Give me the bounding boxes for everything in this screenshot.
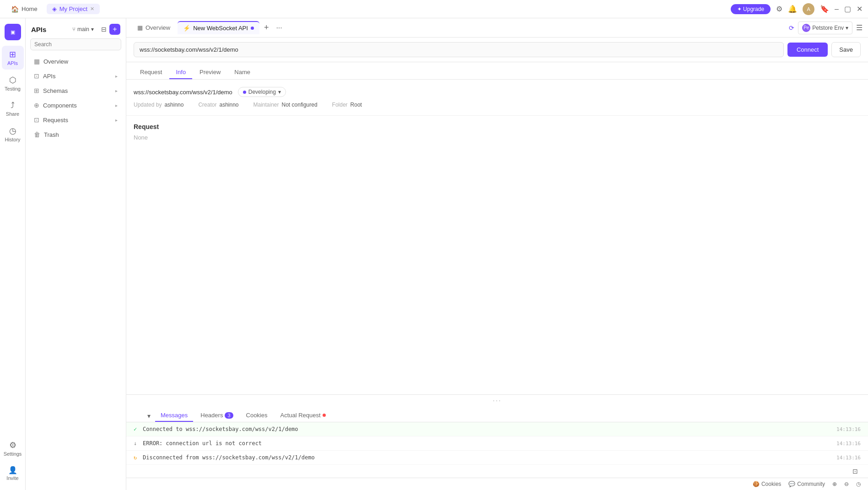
sidebar-item-requests[interactable]: ⊡ Requests ▸ — [27, 113, 124, 127]
overview-tab-label: Overview — [146, 24, 170, 31]
share-label: Share — [6, 111, 19, 117]
clock-status-icon: ◷ — [856, 481, 861, 487]
close-window-icon[interactable]: ✕ — [857, 5, 863, 13]
overview-tab-icon: ▦ — [137, 24, 143, 31]
tab-preview[interactable]: Preview — [193, 66, 227, 79]
cookies-status-label: Cookies — [761, 481, 781, 487]
tab-overview[interactable]: ▦ Overview — [132, 22, 176, 34]
schemas-chevron-icon: ▸ — [115, 88, 118, 93]
maintainer-value: Not configured — [282, 102, 318, 108]
websocket-tab-icon: ⚡ — [183, 25, 190, 32]
sidebar-item-invite[interactable]: 👤 Invite — [2, 462, 24, 485]
connect-button[interactable]: Connect — [787, 43, 828, 57]
tab-new-websocket[interactable]: ⚡ New WebSocket API — [178, 21, 259, 34]
settings-nav-icon: ⚙ — [9, 440, 16, 450]
bookmark-icon[interactable]: 🔖 — [820, 5, 829, 13]
more-tabs-button[interactable]: ··· — [273, 23, 285, 33]
sidebar-item-settings[interactable]: ⚙ Settings — [2, 436, 24, 460]
notification-icon[interactable]: 🔔 — [788, 5, 797, 13]
sidebar-item-share[interactable]: ⤴ Share — [2, 97, 24, 120]
invite-icon: 👤 — [8, 466, 17, 474]
apis-chevron-icon: ▸ — [115, 74, 118, 79]
search-input[interactable] — [30, 38, 121, 50]
meta-folder: Folder Root — [332, 102, 362, 108]
plus-status-icon: ⊕ — [832, 481, 837, 487]
sidebar-item-testing[interactable]: ⬡ Testing — [2, 71, 24, 95]
community-icon: 💬 — [788, 481, 795, 487]
save-button[interactable]: Save — [831, 42, 861, 57]
sidebar-item-schemas[interactable]: ⊞ Schemas ▸ — [27, 84, 124, 97]
request-empty-text: None — [134, 134, 861, 141]
sidebar-item-apis[interactable]: ⊡ APIs ▸ — [27, 69, 124, 83]
status-icon-3[interactable]: ◷ — [856, 481, 861, 487]
status-bar: 🍪 Cookies 💬 Community ⊕ ⊖ ◷ — [126, 478, 868, 490]
status-community-item[interactable]: 💬 Community — [788, 481, 825, 487]
sidebar-item-history[interactable]: ◷ History — [2, 122, 24, 146]
url-input[interactable] — [134, 42, 784, 57]
sidebar-toggle-icon[interactable]: ☰ — [856, 23, 863, 32]
bottom-panel-handle[interactable]: ··· — [126, 395, 868, 407]
expand-grid-button[interactable]: ⊡ — [850, 467, 861, 476]
tab-request[interactable]: Request — [134, 66, 168, 79]
project-label: My Project — [59, 5, 87, 12]
bottom-tab-headers[interactable]: Headers 3 — [195, 409, 238, 422]
avatar[interactable]: A — [803, 3, 814, 15]
sidebar-item-overview[interactable]: ▦ Overview — [27, 54, 124, 68]
error-icon: ↓ — [134, 440, 143, 447]
content-tab-bar: ▦ Overview ⚡ New WebSocket API + ··· ⟳ P… — [126, 18, 868, 38]
sync-icon[interactable]: ⟳ — [789, 24, 794, 32]
invite-label: Invite — [6, 475, 18, 481]
project-tab[interactable]: ◈ My Project ✕ — [47, 4, 100, 14]
messages-list: ✓ Connected to wss://socketsbay.com/wss/… — [126, 422, 868, 465]
folder-value: Root — [350, 102, 362, 108]
request-body: Request None — [126, 116, 868, 394]
info-url-line: wss://socketsbay.com/wss/v2/1/demo Devel… — [134, 87, 861, 97]
apis-sidebar-icon: ⊡ — [34, 72, 39, 80]
maximize-icon[interactable]: ▢ — [844, 5, 851, 13]
status-cookies-item[interactable]: 🍪 Cookies — [753, 481, 781, 487]
requests-chevron-icon: ▸ — [115, 118, 118, 123]
sidebar-item-components[interactable]: ⊕ Components ▸ — [27, 98, 124, 112]
sidebar-item-apis[interactable]: ⊞ APIs — [2, 46, 24, 70]
filter-button[interactable]: ⊟ — [101, 26, 107, 33]
bottom-tab-messages[interactable]: Messages — [155, 409, 193, 422]
messages-tab-label: Messages — [161, 412, 188, 419]
upgrade-button[interactable]: ✦ Upgrade — [731, 4, 771, 14]
settings-icon[interactable]: ⚙ — [776, 5, 782, 13]
close-project-icon[interactable]: ✕ — [90, 6, 94, 12]
env-label: Petstore Env — [812, 25, 844, 31]
maintainer-label: Maintainer — [253, 102, 279, 108]
message-error-text: ERROR: connection url is not correct — [143, 440, 836, 447]
creator-value: ashinno — [219, 102, 238, 108]
schemas-label: Schemas — [43, 87, 68, 94]
sidebar: APIs ⑂ main ▾ ⊟ + ▦ Overview ⊡ APIs ▸ ⊞ — [26, 18, 126, 490]
trash-label: Trash — [44, 131, 59, 138]
status-icon-1[interactable]: ⊕ — [832, 481, 837, 487]
branch-selector[interactable]: ⑂ main ▾ — [68, 24, 98, 34]
info-section: wss://socketsbay.com/wss/v2/1/demo Devel… — [126, 80, 868, 116]
bottom-tab-cookies[interactable]: Cookies — [241, 409, 273, 422]
actual-request-tab-label: Actual Request — [280, 412, 320, 419]
minimize-icon[interactable]: – — [835, 5, 839, 13]
bottom-tab-actual-request[interactable]: Actual Request — [275, 409, 331, 422]
add-item-button[interactable]: + — [109, 24, 120, 35]
info-meta: Updated by ashinno Creator ashinno Maint… — [134, 102, 861, 108]
env-selector[interactable]: Pe Petstore Env ▾ — [798, 22, 852, 34]
logo-symbol: ▣ — [11, 29, 15, 35]
sidebar-title: APIs — [31, 26, 46, 33]
tab-info[interactable]: Info — [169, 66, 192, 79]
status-badge[interactable]: Developing ▾ — [238, 87, 286, 97]
home-icon: 🏠 — [11, 5, 19, 13]
status-icon-2[interactable]: ⊖ — [844, 481, 849, 487]
requests-icon: ⊡ — [34, 116, 39, 124]
request-tabs: Request Info Preview Name — [126, 62, 868, 80]
sidebar-item-trash[interactable]: 🗑 Trash — [27, 128, 124, 141]
home-tab[interactable]: 🏠 Home — [5, 4, 43, 15]
add-tab-button[interactable]: + — [261, 22, 272, 33]
testing-label: Testing — [5, 86, 21, 92]
status-dot — [243, 91, 246, 94]
far-left-nav: ▣ ⊞ APIs ⬡ Testing ⤴ Share ◷ History ⚙ S… — [0, 18, 26, 490]
collapse-panel-button[interactable]: ▾ — [145, 411, 153, 420]
tab-name[interactable]: Name — [228, 66, 257, 79]
share-icon: ⤴ — [11, 101, 15, 110]
